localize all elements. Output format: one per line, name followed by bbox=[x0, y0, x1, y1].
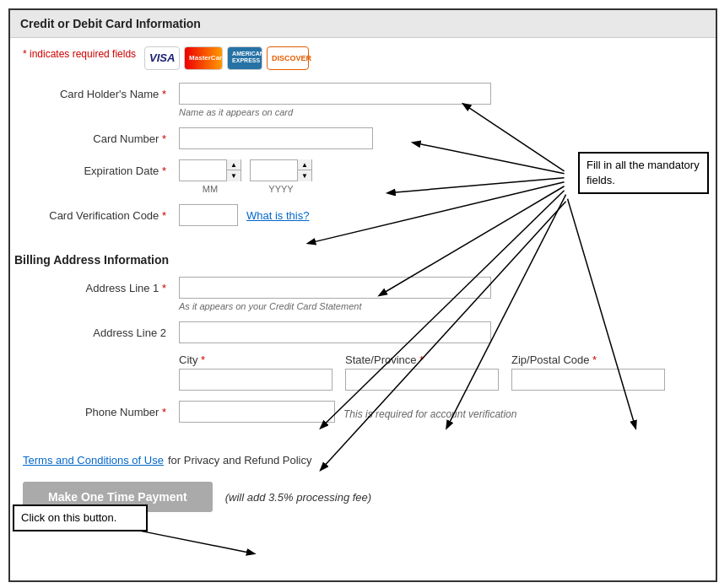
zip-group: Zip/Postal Code * bbox=[511, 353, 665, 391]
top-row: * indicates required fields VISA MasterC… bbox=[23, 46, 703, 70]
zip-label: Zip/Postal Code * bbox=[511, 353, 665, 366]
svg-line-10 bbox=[128, 528, 254, 553]
card-number-label: Card Number * bbox=[23, 127, 179, 145]
state-label: State/Province * bbox=[345, 353, 499, 366]
phone-wrap: This is required for account verificatio… bbox=[179, 401, 703, 423]
address1-hint: As it appears on your Credit Card Statem… bbox=[179, 301, 703, 311]
exp-mm-input[interactable] bbox=[180, 160, 226, 181]
phone-row: Phone Number * This is required for acco… bbox=[23, 401, 703, 423]
exp-mm-stepper[interactable]: ▲ ▼ bbox=[179, 159, 241, 181]
card-number-row: Card Number * bbox=[23, 127, 703, 149]
exp-yyyy-wrap: ▲ ▼ YYYY bbox=[250, 159, 312, 194]
exp-yyyy-up[interactable]: ▲ bbox=[298, 159, 311, 170]
fill-in-annotation: Fill in all the mandatory fields. bbox=[578, 152, 709, 194]
address2-input[interactable] bbox=[179, 321, 491, 343]
city-label: City * bbox=[179, 353, 332, 366]
processing-fee: (will add 3.5% processing fee) bbox=[225, 491, 371, 504]
expiration-date-label: Expiration Date * bbox=[23, 159, 179, 177]
click-annotation: Click on this button. bbox=[13, 504, 148, 531]
required-note: * indicates required fields bbox=[23, 48, 136, 60]
phone-input[interactable] bbox=[179, 401, 335, 423]
what-is-this-link[interactable]: What is this? bbox=[246, 209, 309, 222]
address2-label: Address Line 2 bbox=[23, 321, 179, 339]
card-holder-name-row: Card Holder's Name * Name as it appears … bbox=[23, 83, 703, 117]
section-title: Credit or Debit Card Information bbox=[20, 17, 201, 30]
city-state-zip-row: City * State/Province * Zip/Postal Code … bbox=[23, 353, 703, 391]
cvc-label: Card Verification Code * bbox=[23, 204, 179, 222]
city-input[interactable] bbox=[179, 369, 332, 391]
amex-logo: AMERICANEXPRESS bbox=[227, 46, 262, 70]
visa-logo: VISA bbox=[144, 46, 180, 70]
exp-yyyy-input[interactable] bbox=[251, 160, 297, 181]
card-form-container: Credit or Debit Card Information * indic… bbox=[8, 8, 717, 582]
city-group: City * bbox=[179, 353, 332, 391]
phone-label: Phone Number * bbox=[23, 401, 179, 418]
card-holder-name-wrap: Name as it appears on card bbox=[179, 83, 703, 117]
exp-yyyy-stepper[interactable]: ▲ ▼ bbox=[250, 159, 312, 181]
address1-input[interactable] bbox=[179, 277, 491, 299]
exp-mm-label: MM bbox=[203, 184, 218, 194]
exp-mm-arrows: ▲ ▼ bbox=[226, 159, 241, 181]
footer-row: Terms and Conditions of Use for Privacy … bbox=[10, 445, 716, 475]
state-group: State/Province * bbox=[345, 353, 499, 391]
address2-row: Address Line 2 bbox=[23, 321, 703, 343]
exp-mm-wrap: ▲ ▼ MM bbox=[179, 159, 241, 194]
zip-input[interactable] bbox=[511, 369, 665, 391]
address2-wrap bbox=[179, 321, 703, 343]
phone-hint: This is required for account verificatio… bbox=[343, 403, 516, 420]
address1-wrap: As it appears on your Credit Card Statem… bbox=[179, 277, 703, 311]
address1-row: Address Line 1 * As it appears on your C… bbox=[23, 277, 703, 311]
terms-link[interactable]: Terms and Conditions of Use bbox=[23, 454, 164, 467]
cvc-row: Card Verification Code * What is this? bbox=[23, 204, 703, 226]
card-holder-hint: Name as it appears on card bbox=[179, 107, 703, 117]
billing-content: Address Line 1 * As it appears on your C… bbox=[10, 277, 716, 441]
footer-text: for Privacy and Refund Policy bbox=[168, 454, 312, 467]
exp-yyyy-down[interactable]: ▼ bbox=[298, 170, 311, 181]
discover-logo: DISCOVER bbox=[267, 46, 309, 70]
mastercard-logo: MasterCard bbox=[184, 46, 223, 70]
card-holder-name-input[interactable] bbox=[179, 83, 491, 105]
state-input[interactable] bbox=[345, 369, 499, 391]
exp-yyyy-label: YYYY bbox=[268, 184, 293, 194]
card-holder-name-label: Card Holder's Name * bbox=[23, 83, 179, 100]
address1-label: Address Line 1 * bbox=[23, 277, 179, 294]
exp-mm-down[interactable]: ▼ bbox=[227, 170, 241, 181]
exp-mm-up[interactable]: ▲ bbox=[227, 159, 241, 170]
form-content: * indicates required fields VISA MasterC… bbox=[10, 38, 716, 245]
card-number-wrap bbox=[179, 127, 703, 149]
card-number-input[interactable] bbox=[179, 127, 373, 149]
exp-yyyy-arrows: ▲ ▼ bbox=[297, 159, 311, 181]
cvc-wrap: What is this? bbox=[179, 204, 703, 226]
card-logos: VISA MasterCard AMERICANEXPRESS DISCOVER bbox=[144, 46, 309, 70]
cvc-input[interactable] bbox=[179, 204, 238, 226]
billing-section-header: Billing Address Information bbox=[10, 253, 716, 267]
section-header: Credit or Debit Card Information bbox=[10, 10, 716, 38]
cvc-input-row: What is this? bbox=[179, 204, 703, 226]
